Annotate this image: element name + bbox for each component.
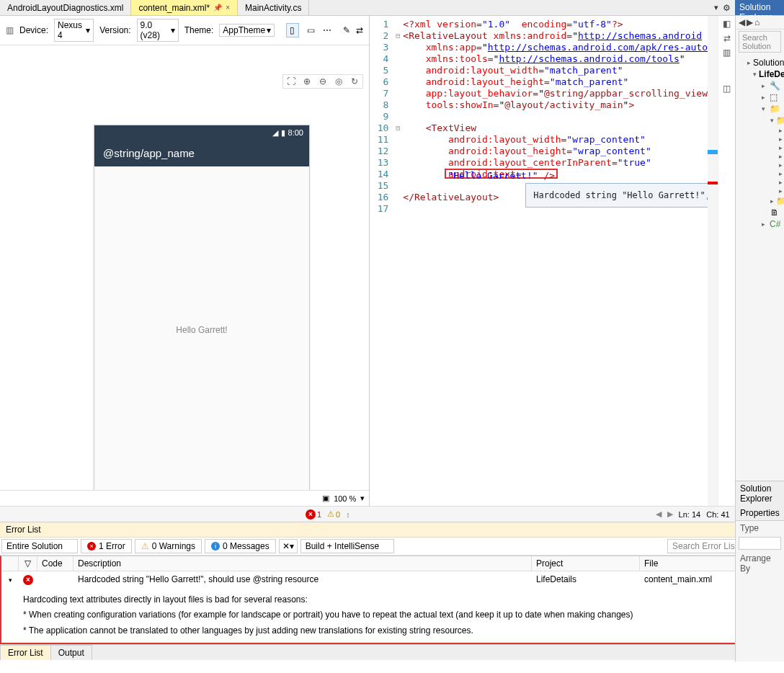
error-icon: ×	[306, 509, 316, 520]
zoom-value[interactable]: 100 %	[334, 494, 356, 503]
editor-status-bar: × 1 ⚠ 0 ↕ ◀ ▶ Ln: 14 Ch: 41 SPC CRLF	[0, 506, 784, 522]
file-icon[interactable]: 🗎	[770, 208, 779, 218]
phone-time: 8:00	[288, 128, 303, 137]
error-list-title: Error List	[6, 525, 41, 535]
theme-dropdown[interactable]: AppTheme ▾	[219, 24, 275, 37]
version-dropdown[interactable]: 9.0 (v28) ▾	[137, 19, 179, 42]
refs-icon[interactable]: ⬚	[770, 92, 778, 102]
solution-tree[interactable]: ▸Solution ▾LifeDetails ▸🔧 ▸⬚ ▾📁 ▾📁 ▸ ▸ ▸…	[736, 54, 784, 481]
designer-canvas[interactable]: ⛶ ⊕ ⊖ ◎ ↻ ◢ ▮ 8:00 @string/app_name Hell…	[0, 45, 369, 490]
close-icon[interactable]: ×	[226, 4, 230, 12]
landscape-toggle[interactable]: ▭	[305, 23, 318, 37]
folder-icon[interactable]: 📁	[776, 196, 784, 206]
line-numbers: 1234567891011121314151617	[370, 16, 393, 506]
actual-size-icon[interactable]: ◎	[332, 76, 345, 86]
gear-icon[interactable]: ⚙	[723, 3, 731, 13]
forward-icon[interactable]: ▶	[747, 17, 753, 27]
tab-output[interactable]: Output	[50, 645, 92, 660]
collapse-icon[interactable]: ◫	[723, 84, 731, 94]
col-code[interactable]: Code	[37, 556, 74, 571]
error-icon: ×	[23, 575, 33, 585]
folder-icon[interactable]: 📁	[776, 115, 784, 125]
col-description[interactable]: Description	[74, 556, 532, 571]
back-icon[interactable]: ◀	[739, 17, 745, 27]
properties-title: Properties	[736, 506, 784, 521]
code-fold-column[interactable]: ⊟⊟	[393, 16, 403, 506]
code-text[interactable]: <?xml version="1.0" encoding="utf-8"?><R…	[403, 16, 708, 506]
error-list-panel: Error List ▾ 📌 × Entire Solution ×1 Erro…	[0, 522, 784, 644]
solution-explorer-title: Solution Explorer	[735, 0, 784, 15]
tab-errorlist[interactable]: Error List	[0, 645, 51, 660]
warning-icon: ⚠	[141, 541, 149, 551]
error-icon: ×	[87, 542, 96, 551]
overflow-menu-icon[interactable]: ▾	[714, 3, 718, 12]
bottom-tabs: Error List Output	[0, 644, 784, 660]
phone-textview: Hello Garrett!	[94, 166, 309, 490]
more-icon[interactable]: ⋯	[323, 25, 331, 35]
tab-mainactivity[interactable]: MainActivity.cs	[238, 0, 309, 15]
overview-ruler[interactable]	[708, 16, 718, 506]
code-editor[interactable]: 1234567891011121314151617 ⊟⊟ <?xml versi…	[370, 16, 735, 506]
type-label: Type	[736, 521, 784, 535]
fit-icon[interactable]: ⛶	[285, 76, 298, 86]
split-vert-icon[interactable]: ▥	[723, 48, 731, 58]
zoom-out-icon[interactable]: ⊖	[316, 76, 329, 86]
device-dropdown[interactable]: Nexus 4 ▾	[54, 19, 94, 42]
info-toggle-icon[interactable]: ↕	[346, 510, 350, 519]
pin-icon[interactable]: 📌	[213, 4, 222, 12]
toolbox-icon[interactable]: ▥	[6, 25, 14, 35]
split-icon[interactable]: ⇄	[356, 25, 363, 35]
editor-margin-icons: ◧ ⇄ ▥ ◫	[718, 16, 735, 506]
brush-icon[interactable]: ✎	[343, 25, 350, 35]
solution-explorer-tab[interactable]: Solution Explorer	[736, 481, 784, 506]
swap-icon[interactable]: ⇄	[723, 33, 731, 43]
col-file[interactable]: File	[640, 556, 748, 571]
col-project[interactable]: Project	[532, 556, 640, 571]
errors-filter[interactable]: ×1 Error	[81, 539, 132, 553]
solution-explorer-toolbar: ◀ ▶ ⌂	[736, 16, 784, 30]
nav-prev-icon[interactable]: ◀	[656, 509, 662, 519]
document-tabs: AndroidLayoutDiagnostics.xml content_mai…	[0, 0, 784, 16]
expand-toggle[interactable]: ▾	[9, 576, 12, 584]
device-label: Device:	[19, 25, 48, 35]
build-intellisense-dropdown[interactable]: Build + IntelliSense	[300, 539, 394, 553]
warning-icon: ⚠	[327, 509, 334, 519]
type-input[interactable]	[739, 537, 781, 550]
project-node[interactable]: LifeDetails	[759, 69, 784, 79]
info-icon: i	[211, 542, 220, 551]
arrange-by-label[interactable]: Arrange By	[736, 551, 784, 576]
portrait-toggle[interactable]: ▯	[286, 23, 299, 37]
wifi-icon: ◢	[272, 128, 278, 138]
battery-icon: ▮	[281, 128, 285, 138]
folder-icon[interactable]: 📁	[770, 104, 780, 114]
error-table: ▽ Code Description Project File Line ▾ ×…	[0, 556, 784, 644]
phone-preview: ◢ ▮ 8:00 @string/app_name Hello Garrett!	[94, 125, 310, 490]
scope-dropdown[interactable]: Entire Solution	[1, 539, 78, 553]
refresh-icon[interactable]: ↻	[348, 76, 361, 86]
designer-status-bar: ▣ 100 % ▾	[0, 490, 369, 506]
lightbulb-icon[interactable]: ◧	[723, 19, 731, 29]
designer-pane: ▥ Device: Nexus 4 ▾ Version: 9.0 (v28) ▾…	[0, 16, 370, 506]
wrench-icon[interactable]: 🔧	[770, 81, 780, 91]
csharp-icon[interactable]: C#	[770, 219, 780, 229]
nav-next-icon[interactable]: ▶	[667, 509, 673, 519]
zoom-in-icon[interactable]: ⊕	[300, 76, 313, 86]
messages-filter[interactable]: i0 Messages	[205, 539, 276, 553]
solution-search-input[interactable]: Search Solution	[739, 31, 781, 53]
tab-content-main[interactable]: content_main.xml*📌×	[131, 0, 238, 15]
warnings-filter[interactable]: ⚠0 Warnings	[135, 539, 202, 553]
phone-appbar: @string/app_name	[94, 140, 309, 166]
error-row[interactable]: ▾ × Hardcoded string "Hello Garrett!", s…	[1, 571, 783, 588]
properties-panel: Properties Type Arrange By	[735, 506, 784, 661]
solution-node[interactable]: Solution	[753, 58, 784, 68]
filter-icon[interactable]: ▽	[24, 558, 31, 569]
expand-icon[interactable]: ▣	[322, 494, 329, 503]
theme-label: Theme:	[184, 25, 214, 35]
error-detail: Hardcoding text attributes directly in l…	[1, 588, 783, 643]
filter-icon-button[interactable]: ✕▾	[279, 539, 298, 553]
home-icon[interactable]: ⌂	[754, 17, 760, 27]
version-label: Version:	[99, 25, 130, 35]
solution-explorer-panel: ◀ ▶ ⌂ Search Solution ▸Solution ▾LifeDet…	[735, 16, 784, 506]
phone-statusbar: ◢ ▮ 8:00	[94, 125, 309, 140]
tab-androidlayoutdiagnostics[interactable]: AndroidLayoutDiagnostics.xml	[0, 0, 131, 15]
